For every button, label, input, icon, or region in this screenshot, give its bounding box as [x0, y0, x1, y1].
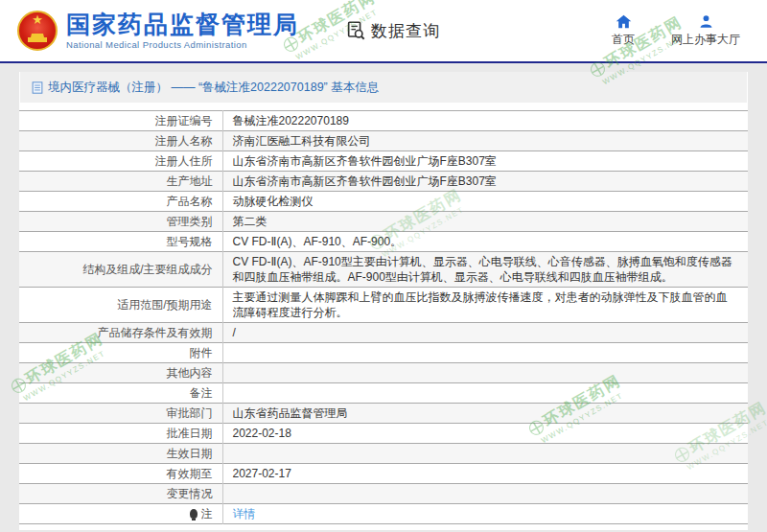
agency-title-block: 国家药品监督管理局 National Medical Products Admi…: [66, 12, 299, 50]
breadcrumb-text: 境内医疗器械（注册） —— “鲁械注准20222070189” 基本信息: [48, 80, 379, 96]
row-label: 生效日期: [19, 444, 222, 464]
content-panel: 境内医疗器械（注册） —— “鲁械注准20222070189” 基本信息 注册证…: [19, 72, 748, 530]
row-label: 结构及组成/主要组成成分: [19, 252, 222, 288]
row-value: 2027-02-17: [222, 464, 748, 484]
emblem-star-icon: ★: [32, 13, 43, 26]
note-icon: [190, 509, 198, 519]
table-row: 型号规格CV FD-Ⅱ(A)、AF-910、AF-900。: [19, 232, 748, 252]
row-value: [222, 484, 748, 504]
row-value: CV FD-Ⅱ(A)、AF-910型主要由计算机、显示器、心电导联线、心音传感器…: [222, 252, 748, 288]
home-icon: [616, 14, 632, 29]
row-value: [222, 363, 748, 383]
table-row: 有效期至2027-02-17: [19, 464, 748, 484]
row-label: 型号规格: [19, 232, 222, 252]
site-header: ★ 国家药品监督管理局 National Medical Products Ad…: [0, 0, 767, 63]
row-label: 有效期至: [19, 464, 222, 484]
document-icon: [32, 81, 43, 94]
table-row: 备注: [19, 383, 748, 404]
table-row: 适用范围/预期用途主要通过测量人体脚踝和上臂的血压比指数及脉搏波传播速度，对患者…: [19, 288, 748, 323]
table-row: 审批部门山东省药品监督管理局: [19, 404, 748, 424]
row-value: 山东省药品监督管理局: [222, 404, 748, 424]
data-query-label: 数据查询: [371, 20, 440, 42]
table-row: 批准日期2022-02-18: [19, 424, 748, 444]
table-row: 附件: [19, 343, 748, 363]
table-row: 注册证编号鲁械注准20222070189: [19, 111, 748, 131]
row-value: CV FD-Ⅱ(A)、AF-910、AF-900。: [222, 232, 748, 252]
breadcrumb: 境内医疗器械（注册） —— “鲁械注准20222070189” 基本信息: [20, 72, 747, 103]
row-value: 山东省济南市高新区齐鲁软件园创业广场F座B307室: [222, 172, 748, 192]
header-nav: 首页 网上办事大厅: [612, 14, 754, 48]
row-value: 2022-02-18: [222, 424, 748, 444]
row-label: 生产地址: [19, 172, 222, 192]
details-link[interactable]: 详情: [233, 507, 256, 520]
nav-home[interactable]: 首页: [612, 14, 635, 48]
table-row: 管理类别第二类: [19, 212, 748, 232]
row-label: 适用范围/预期用途: [19, 288, 222, 323]
registration-info-table: 注册证编号鲁械注准20222070189注册人名称济南汇医融工科技有限公司注册人…: [19, 110, 748, 524]
table-row: 注详情: [19, 504, 748, 524]
row-value: 动脉硬化检测仪: [222, 192, 748, 212]
row-label: 其他内容: [19, 363, 222, 383]
row-label: 注册人住所: [19, 151, 222, 172]
info-table-body: 注册证编号鲁械注准20222070189注册人名称济南汇医融工科技有限公司注册人…: [19, 111, 748, 524]
row-value: [222, 343, 748, 363]
table-row: 产品名称动脉硬化检测仪: [19, 192, 748, 212]
row-value: 济南汇医融工科技有限公司: [222, 131, 748, 151]
row-value: /: [222, 323, 748, 343]
row-value: [222, 383, 748, 404]
nav-service-hall-label: 网上办事大厅: [671, 32, 740, 48]
row-label: 管理类别: [19, 212, 222, 232]
table-row: 变更情况: [19, 484, 748, 504]
table-row: 产品储存条件及有效期/: [19, 323, 748, 343]
row-label: 备注: [19, 383, 222, 404]
row-value: [222, 444, 748, 464]
row-label: 注册人名称: [19, 131, 222, 151]
national-emblem-logo: ★: [17, 11, 58, 51]
row-value: 山东省济南市高新区齐鲁软件园创业广场F座B307室: [222, 151, 748, 172]
row-label: 产品名称: [19, 192, 222, 212]
table-row: 结构及组成/主要组成成分CV FD-Ⅱ(A)、AF-910型主要由计算机、显示器…: [19, 252, 748, 288]
table-row: 生效日期: [19, 444, 748, 464]
row-label: 审批部门: [19, 404, 222, 424]
table-row: 生产地址山东省济南市高新区齐鲁软件园创业广场F座B307室: [19, 172, 748, 192]
row-label: 批准日期: [19, 424, 222, 444]
data-query-icon: [345, 20, 366, 41]
table-row: 注册人住所山东省济南市高新区齐鲁软件园创业广场F座B307室: [19, 151, 748, 172]
row-label: 注册证编号: [19, 111, 222, 131]
data-query-tab[interactable]: 数据查询: [345, 20, 440, 42]
row-label: 附件: [19, 343, 222, 363]
nav-home-label: 首页: [612, 32, 635, 48]
row-value: 详情: [222, 504, 748, 524]
agency-subtitle: National Medical Products Administration: [66, 39, 299, 50]
row-label: 注: [19, 504, 222, 524]
row-value: 鲁械注准20222070189: [222, 111, 748, 131]
table-row: 注册人名称济南汇医融工科技有限公司: [19, 131, 748, 151]
user-icon: [699, 14, 713, 29]
row-label: 变更情况: [19, 484, 222, 504]
table-row: 其他内容: [19, 363, 748, 383]
nav-service-hall[interactable]: 网上办事大厅: [671, 14, 740, 48]
row-value: 第二类: [222, 212, 748, 232]
agency-title: 国家药品监督管理局: [66, 12, 299, 37]
row-label: 产品储存条件及有效期: [19, 323, 222, 343]
emblem-gate-icon: [28, 34, 47, 42]
row-value: 主要通过测量人体脚踝和上臂的血压比指数及脉搏波传播速度，对患者的动脉弹性及下肢血…: [222, 288, 748, 323]
